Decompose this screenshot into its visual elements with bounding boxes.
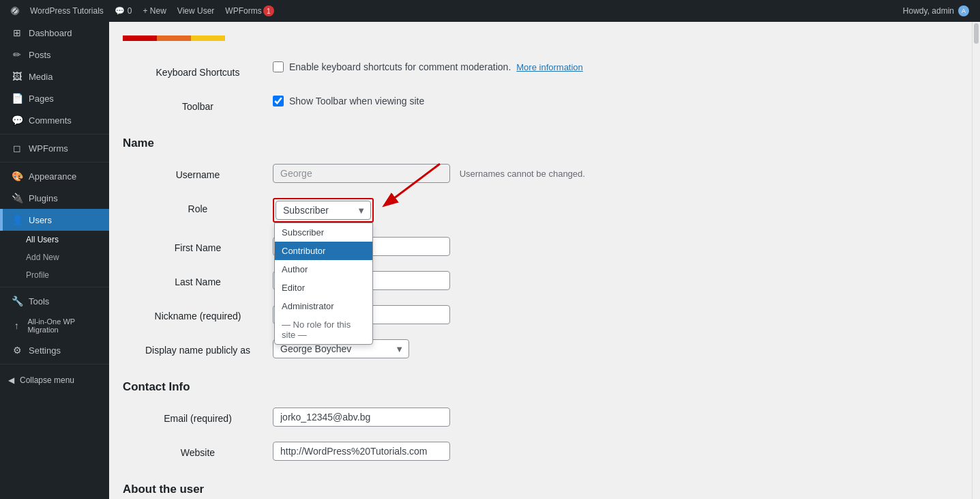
progress-bar-red — [123, 35, 157, 41]
role-row: Role Subscriber Contributor Author — [123, 191, 777, 230]
dropdown-item-contributor[interactable]: Contributor — [275, 242, 372, 260]
nickname-row: Nickname (required) — [123, 298, 777, 332]
appearance-icon: 🎨 — [11, 171, 23, 182]
dashboard-icon: ⊞ — [11, 27, 23, 38]
sidebar-label: Appearance — [29, 171, 76, 182]
dropdown-item-norole[interactable]: — No role for this site — — [275, 315, 372, 344]
avatar: A — [958, 5, 969, 16]
role-dropdown-open: Subscriber Contributor Author Editor Adm… — [274, 223, 373, 345]
howdy-menu[interactable]: Howdy, admin A — [897, 0, 975, 22]
last-name-label: Last Name — [175, 276, 221, 287]
keyboard-shortcuts-text: Enable keyboard shortcuts for comment mo… — [289, 61, 511, 72]
website-input[interactable] — [273, 442, 450, 461]
wpforms-link[interactable]: WPForms 1 — [220, 0, 279, 22]
plugins-icon: 🔌 — [11, 193, 23, 203]
comments-link[interactable]: 💬 0 — [109, 0, 138, 22]
nickname-label: Nickname (required) — [155, 311, 241, 322]
contact-section-title: Contact Info — [123, 380, 777, 394]
sidebar-item-tools[interactable]: 🔧 Tools — [0, 290, 109, 312]
menu-separator-3 — [0, 287, 109, 287]
username-row: Username Usernames cannot be changed. — [123, 157, 777, 191]
sidebar-label: Posts — [29, 50, 51, 60]
keyboard-shortcuts-field: Enable keyboard shortcuts for comment mo… — [273, 61, 777, 72]
sidebar-item-appearance[interactable]: 🎨 Appearance — [0, 165, 109, 187]
sidebar-label: Pages — [29, 94, 54, 104]
progress-bar-orange — [157, 35, 191, 41]
sidebar-item-comments[interactable]: 💬 Comments — [0, 109, 109, 131]
sidebar-item-pages[interactable]: 📄 Pages — [0, 87, 109, 109]
submenu-all-users[interactable]: All Users — [0, 231, 109, 248]
content-area: Keyboard Shortcuts Enable keyboard short… — [123, 35, 777, 499]
users-icon: 👤 — [11, 214, 23, 225]
settings-icon: ⚙ — [11, 345, 23, 356]
wp-wrap: ⊞ Dashboard ✏ Posts 🖼 Media 📄 Pages 💬 Co… — [0, 22, 980, 499]
sidebar-label: Plugins — [29, 193, 58, 203]
submenu-add-new[interactable]: Add New — [0, 248, 109, 266]
sidebar-item-dashboard[interactable]: ⊞ Dashboard — [0, 22, 109, 44]
role-select[interactable]: Subscriber Contributor Author Editor Adm… — [276, 201, 371, 220]
sidebar-label: Tools — [29, 296, 49, 306]
website-row: Website — [123, 435, 777, 469]
scrollbar[interactable] — [972, 22, 980, 499]
keyboard-shortcuts-label: Keyboard Shortcuts — [156, 67, 240, 78]
sidebar-item-wpforms[interactable]: ◻ WPForms — [0, 137, 109, 159]
toolbar-checkbox[interactable] — [273, 96, 284, 106]
role-container: Subscriber Contributor Author Editor Adm… — [273, 198, 374, 223]
sidebar-item-settings[interactable]: ⚙ Settings — [0, 339, 109, 361]
pages-icon: 📄 — [11, 93, 23, 104]
profile-form: Keyboard Shortcuts Enable keyboard short… — [123, 55, 777, 123]
wp-logo[interactable] — [5, 0, 25, 22]
toolbar-text: Show Toolbar when viewing site — [289, 96, 424, 106]
keyboard-shortcuts-row: Keyboard Shortcuts Enable keyboard short… — [123, 55, 777, 89]
website-label: Website — [181, 447, 215, 458]
keyboard-shortcuts-checkbox[interactable] — [273, 61, 284, 72]
menu-separator-1 — [0, 134, 109, 134]
sidebar-item-users[interactable]: 👤 Users — [0, 209, 109, 231]
dropdown-item-author[interactable]: Author — [275, 260, 372, 279]
sidebar-item-media[interactable]: 🖼 Media — [0, 66, 109, 87]
email-input[interactable] — [273, 408, 450, 427]
dropdown-item-administrator[interactable]: Administrator — [275, 297, 372, 315]
sidebar-label: All-in-One WP Migration — [27, 317, 101, 334]
submenu-profile[interactable]: Profile — [0, 266, 109, 284]
new-content[interactable]: + New — [138, 0, 172, 22]
wpforms-badge: 1 — [263, 5, 274, 16]
name-section-title: Name — [123, 137, 777, 150]
wpforms-icon: ◻ — [11, 143, 23, 154]
menu-separator-4 — [0, 364, 109, 365]
scrollbar-thumb[interactable] — [974, 23, 979, 44]
role-label: Role — [188, 203, 208, 214]
sidebar-item-plugins[interactable]: 🔌 Plugins — [0, 187, 109, 209]
collapse-menu[interactable]: ◀ Collapse menu — [0, 370, 109, 390]
sidebar-label: Settings — [29, 345, 61, 356]
sidebar-label: WPForms — [29, 143, 68, 154]
site-name[interactable]: WordPress Tutorials — [25, 0, 109, 22]
migration-icon: ↑ — [11, 320, 22, 331]
more-info-link[interactable]: More information — [516, 62, 583, 72]
username-input — [273, 164, 450, 183]
sidebar-item-posts[interactable]: ✏ Posts — [0, 44, 109, 66]
display-name-row: Display name publicly as George Boychev … — [123, 332, 777, 367]
username-note: Usernames cannot be changed. — [460, 169, 585, 179]
name-form: Username Usernames cannot be changed. Ro… — [123, 157, 777, 367]
sidebar-label: Comments — [29, 115, 72, 126]
view-user[interactable]: View User — [172, 0, 220, 22]
about-section-title: About the user — [123, 483, 777, 496]
admin-sidebar: ⊞ Dashboard ✏ Posts 🖼 Media 📄 Pages 💬 Co… — [0, 22, 109, 499]
sidebar-label: Media — [29, 72, 53, 82]
admin-bar: WordPress Tutorials 💬 0 + New View User … — [0, 0, 980, 22]
email-row: Email (required) — [123, 401, 777, 435]
username-label: Username — [176, 169, 220, 180]
comments-icon: 💬 — [11, 115, 23, 126]
sidebar-label: Dashboard — [29, 28, 72, 38]
posts-icon: ✏ — [11, 49, 23, 60]
sidebar-item-migration[interactable]: ↑ All-in-One WP Migration — [0, 312, 109, 339]
role-border-highlight: Subscriber Contributor Author Editor Adm… — [273, 198, 374, 223]
role-select-wrapper: Subscriber Contributor Author Editor Adm… — [276, 201, 371, 220]
first-name-row: First Name — [123, 230, 777, 264]
progress-bars — [123, 35, 777, 41]
menu-separator-2 — [0, 162, 109, 162]
toolbar-field: Show Toolbar when viewing site — [273, 96, 777, 106]
dropdown-item-subscriber[interactable]: Subscriber — [275, 223, 372, 242]
dropdown-item-editor[interactable]: Editor — [275, 279, 372, 297]
